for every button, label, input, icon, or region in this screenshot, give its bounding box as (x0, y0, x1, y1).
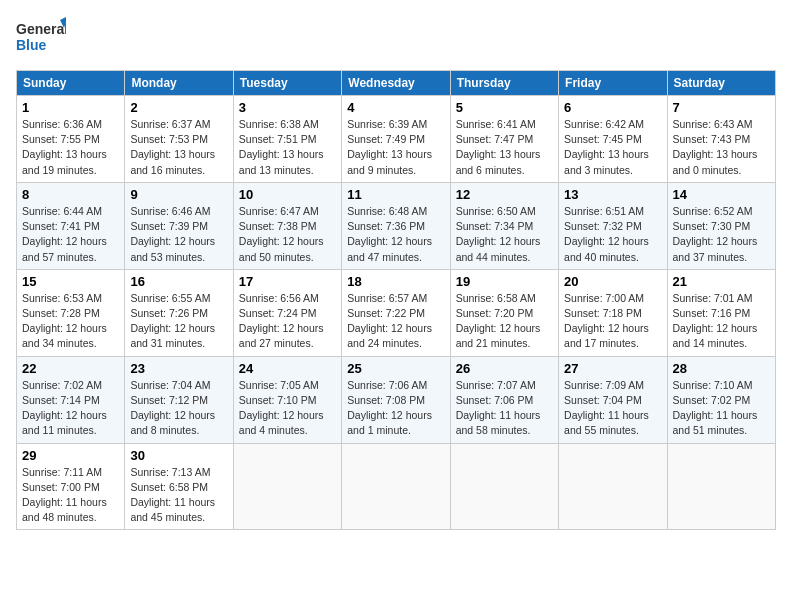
calendar-day-cell: 26 Sunrise: 7:07 AMSunset: 7:06 PMDaylig… (450, 356, 558, 443)
day-info: Sunrise: 7:06 AMSunset: 7:08 PMDaylight:… (347, 379, 432, 437)
calendar-day-cell: 18 Sunrise: 6:57 AMSunset: 7:22 PMDaylig… (342, 269, 450, 356)
day-info: Sunrise: 6:43 AMSunset: 7:43 PMDaylight:… (673, 118, 758, 176)
calendar-day-cell (450, 443, 558, 530)
calendar-day-cell: 6 Sunrise: 6:42 AMSunset: 7:45 PMDayligh… (559, 96, 667, 183)
day-number: 2 (130, 100, 227, 115)
logo-svg: General Blue (16, 16, 66, 60)
calendar-day-cell (559, 443, 667, 530)
column-header-tuesday: Tuesday (233, 71, 341, 96)
day-info: Sunrise: 6:41 AMSunset: 7:47 PMDaylight:… (456, 118, 541, 176)
day-number: 28 (673, 361, 770, 376)
day-info: Sunrise: 6:47 AMSunset: 7:38 PMDaylight:… (239, 205, 324, 263)
day-info: Sunrise: 6:44 AMSunset: 7:41 PMDaylight:… (22, 205, 107, 263)
calendar-day-cell: 20 Sunrise: 7:00 AMSunset: 7:18 PMDaylig… (559, 269, 667, 356)
calendar-week-row: 1 Sunrise: 6:36 AMSunset: 7:55 PMDayligh… (17, 96, 776, 183)
calendar-day-cell: 10 Sunrise: 6:47 AMSunset: 7:38 PMDaylig… (233, 182, 341, 269)
calendar-header-row: SundayMondayTuesdayWednesdayThursdayFrid… (17, 71, 776, 96)
calendar-table: SundayMondayTuesdayWednesdayThursdayFrid… (16, 70, 776, 530)
day-info: Sunrise: 6:39 AMSunset: 7:49 PMDaylight:… (347, 118, 432, 176)
day-number: 26 (456, 361, 553, 376)
calendar-day-cell: 30 Sunrise: 7:13 AMSunset: 6:58 PMDaylig… (125, 443, 233, 530)
day-info: Sunrise: 7:09 AMSunset: 7:04 PMDaylight:… (564, 379, 649, 437)
day-number: 25 (347, 361, 444, 376)
column-header-friday: Friday (559, 71, 667, 96)
calendar-day-cell: 11 Sunrise: 6:48 AMSunset: 7:36 PMDaylig… (342, 182, 450, 269)
day-number: 22 (22, 361, 119, 376)
day-number: 27 (564, 361, 661, 376)
day-number: 9 (130, 187, 227, 202)
calendar-day-cell: 9 Sunrise: 6:46 AMSunset: 7:39 PMDayligh… (125, 182, 233, 269)
calendar-day-cell: 12 Sunrise: 6:50 AMSunset: 7:34 PMDaylig… (450, 182, 558, 269)
day-number: 19 (456, 274, 553, 289)
day-number: 5 (456, 100, 553, 115)
calendar-day-cell: 28 Sunrise: 7:10 AMSunset: 7:02 PMDaylig… (667, 356, 775, 443)
day-number: 8 (22, 187, 119, 202)
day-number: 15 (22, 274, 119, 289)
day-info: Sunrise: 7:07 AMSunset: 7:06 PMDaylight:… (456, 379, 541, 437)
calendar-day-cell: 15 Sunrise: 6:53 AMSunset: 7:28 PMDaylig… (17, 269, 125, 356)
day-info: Sunrise: 6:48 AMSunset: 7:36 PMDaylight:… (347, 205, 432, 263)
day-info: Sunrise: 7:10 AMSunset: 7:02 PMDaylight:… (673, 379, 758, 437)
calendar-day-cell (342, 443, 450, 530)
calendar-day-cell: 1 Sunrise: 6:36 AMSunset: 7:55 PMDayligh… (17, 96, 125, 183)
calendar-day-cell: 22 Sunrise: 7:02 AMSunset: 7:14 PMDaylig… (17, 356, 125, 443)
day-info: Sunrise: 7:11 AMSunset: 7:00 PMDaylight:… (22, 466, 107, 524)
day-info: Sunrise: 6:46 AMSunset: 7:39 PMDaylight:… (130, 205, 215, 263)
day-info: Sunrise: 7:02 AMSunset: 7:14 PMDaylight:… (22, 379, 107, 437)
calendar-day-cell: 4 Sunrise: 6:39 AMSunset: 7:49 PMDayligh… (342, 96, 450, 183)
column-header-monday: Monday (125, 71, 233, 96)
day-number: 23 (130, 361, 227, 376)
day-number: 7 (673, 100, 770, 115)
calendar-day-cell: 14 Sunrise: 6:52 AMSunset: 7:30 PMDaylig… (667, 182, 775, 269)
calendar-day-cell: 29 Sunrise: 7:11 AMSunset: 7:00 PMDaylig… (17, 443, 125, 530)
day-number: 21 (673, 274, 770, 289)
day-number: 3 (239, 100, 336, 115)
calendar-day-cell (233, 443, 341, 530)
day-info: Sunrise: 7:01 AMSunset: 7:16 PMDaylight:… (673, 292, 758, 350)
day-number: 4 (347, 100, 444, 115)
calendar-day-cell: 16 Sunrise: 6:55 AMSunset: 7:26 PMDaylig… (125, 269, 233, 356)
day-number: 11 (347, 187, 444, 202)
day-info: Sunrise: 6:50 AMSunset: 7:34 PMDaylight:… (456, 205, 541, 263)
logo: General Blue (16, 16, 66, 60)
calendar-day-cell: 27 Sunrise: 7:09 AMSunset: 7:04 PMDaylig… (559, 356, 667, 443)
calendar-day-cell: 2 Sunrise: 6:37 AMSunset: 7:53 PMDayligh… (125, 96, 233, 183)
day-number: 17 (239, 274, 336, 289)
calendar-day-cell: 24 Sunrise: 7:05 AMSunset: 7:10 PMDaylig… (233, 356, 341, 443)
day-info: Sunrise: 6:56 AMSunset: 7:24 PMDaylight:… (239, 292, 324, 350)
day-number: 24 (239, 361, 336, 376)
day-info: Sunrise: 6:42 AMSunset: 7:45 PMDaylight:… (564, 118, 649, 176)
calendar-day-cell: 13 Sunrise: 6:51 AMSunset: 7:32 PMDaylig… (559, 182, 667, 269)
svg-text:General: General (16, 21, 66, 37)
day-number: 1 (22, 100, 119, 115)
calendar-week-row: 29 Sunrise: 7:11 AMSunset: 7:00 PMDaylig… (17, 443, 776, 530)
column-header-sunday: Sunday (17, 71, 125, 96)
calendar-day-cell: 17 Sunrise: 6:56 AMSunset: 7:24 PMDaylig… (233, 269, 341, 356)
calendar-day-cell (667, 443, 775, 530)
day-info: Sunrise: 7:05 AMSunset: 7:10 PMDaylight:… (239, 379, 324, 437)
day-info: Sunrise: 6:37 AMSunset: 7:53 PMDaylight:… (130, 118, 215, 176)
calendar-day-cell: 23 Sunrise: 7:04 AMSunset: 7:12 PMDaylig… (125, 356, 233, 443)
column-header-saturday: Saturday (667, 71, 775, 96)
day-info: Sunrise: 6:58 AMSunset: 7:20 PMDaylight:… (456, 292, 541, 350)
page-header: General Blue (16, 16, 776, 60)
day-info: Sunrise: 6:36 AMSunset: 7:55 PMDaylight:… (22, 118, 107, 176)
day-number: 13 (564, 187, 661, 202)
column-header-thursday: Thursday (450, 71, 558, 96)
calendar-day-cell: 25 Sunrise: 7:06 AMSunset: 7:08 PMDaylig… (342, 356, 450, 443)
calendar-day-cell: 3 Sunrise: 6:38 AMSunset: 7:51 PMDayligh… (233, 96, 341, 183)
day-number: 30 (130, 448, 227, 463)
calendar-day-cell: 5 Sunrise: 6:41 AMSunset: 7:47 PMDayligh… (450, 96, 558, 183)
day-number: 6 (564, 100, 661, 115)
day-number: 14 (673, 187, 770, 202)
day-info: Sunrise: 6:53 AMSunset: 7:28 PMDaylight:… (22, 292, 107, 350)
day-info: Sunrise: 6:38 AMSunset: 7:51 PMDaylight:… (239, 118, 324, 176)
calendar-day-cell: 21 Sunrise: 7:01 AMSunset: 7:16 PMDaylig… (667, 269, 775, 356)
calendar-day-cell: 8 Sunrise: 6:44 AMSunset: 7:41 PMDayligh… (17, 182, 125, 269)
day-number: 10 (239, 187, 336, 202)
calendar-day-cell: 7 Sunrise: 6:43 AMSunset: 7:43 PMDayligh… (667, 96, 775, 183)
day-info: Sunrise: 7:13 AMSunset: 6:58 PMDaylight:… (130, 466, 215, 524)
column-header-wednesday: Wednesday (342, 71, 450, 96)
calendar-week-row: 15 Sunrise: 6:53 AMSunset: 7:28 PMDaylig… (17, 269, 776, 356)
svg-text:Blue: Blue (16, 37, 47, 53)
